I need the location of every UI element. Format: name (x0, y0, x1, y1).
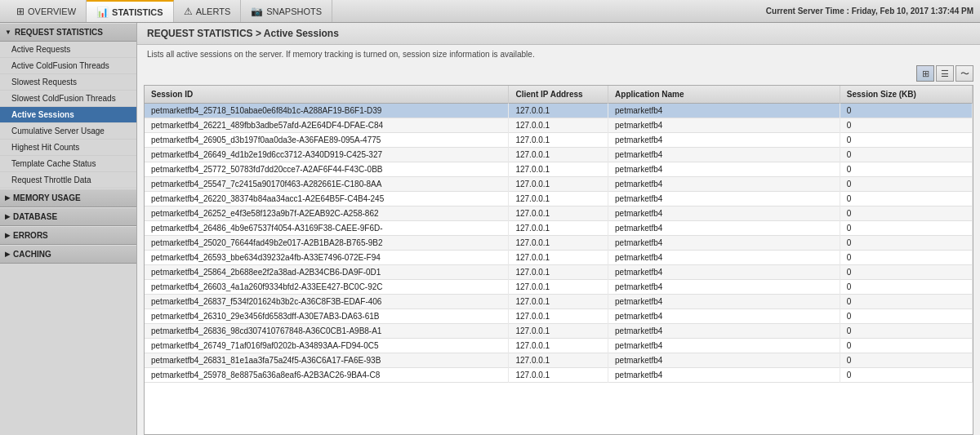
table-row[interactable]: petmarketfb4_26220_38374b84aa34acc1-A2E6… (145, 192, 973, 206)
sessions-table: Session ID Client IP Address Application… (145, 86, 973, 383)
cell-session-size: 0 (840, 251, 972, 265)
breadcrumb: REQUEST STATISTICS > Active Sessions (147, 28, 970, 39)
nav-item-overview[interactable]: ⊞OVERVIEW (7, 0, 87, 22)
cell-ip-address: 127.0.0.1 (509, 353, 608, 368)
sidebar-item-slowest-cf-threads[interactable]: Slowest ColdFusion Threads (0, 91, 136, 107)
nav-item-snapshots[interactable]: 📷SNAPSHOTS (241, 0, 332, 22)
sidebar-section-database[interactable]: ▶DATABASE (0, 207, 136, 226)
cell-session-size: 0 (840, 162, 972, 177)
table-row[interactable]: petmarketfb4_26603_4a1a260f9334bfd2-A33E… (145, 280, 973, 295)
table-row[interactable]: petmarketfb4_26649_4d1b2e19d6cc3712-A340… (145, 148, 973, 162)
view-grid-button[interactable]: ⊞ (916, 65, 934, 82)
table-row[interactable]: petmarketfb4_26310_29e3456fd6583dff-A30E… (145, 309, 973, 324)
collapsed-label-memory-usage: MEMORY USAGE (13, 193, 81, 202)
cell-session-size: 0 (840, 265, 972, 280)
cell-app-name: petmarketfb4 (608, 162, 840, 177)
server-time: Current Server Time : Friday, Feb 10, 20… (766, 7, 973, 16)
cell-session-id: petmarketfb4_26905_d3b197f0aa0da3e-A36FA… (145, 133, 509, 148)
table-row[interactable]: petmarketfb4_26221_489fbb3adbe57afd-A2E6… (145, 118, 973, 133)
table-row[interactable]: petmarketfb4_25547_7c2415a90170f463-A282… (145, 177, 973, 192)
table-row[interactable]: petmarketfb4_25718_510abae0e6f84b1c-A288… (145, 104, 973, 118)
cell-session-id: petmarketfb4_25772_50783fd7dd20cce7-A2AF… (145, 162, 509, 177)
col-header-ip: Client IP Address (509, 86, 608, 104)
cell-session-id: petmarketfb4_25864_2b688ee2f2a38ad-A2B34… (145, 265, 509, 280)
col-header-session: Session ID (145, 86, 509, 104)
cell-ip-address: 127.0.0.1 (509, 339, 608, 353)
sessions-table-container[interactable]: Session ID Client IP Address Application… (144, 85, 973, 435)
sidebar-item-cumulative-server[interactable]: Cumulative Server Usage (0, 123, 136, 140)
cell-ip-address: 127.0.0.1 (509, 118, 608, 133)
cell-session-size: 0 (840, 133, 972, 148)
content-description: Lists all active sessions on the server.… (137, 45, 980, 62)
sidebar-section-request-stats[interactable]: ▼ REQUEST STATISTICS (0, 23, 136, 42)
cell-session-size: 0 (840, 353, 972, 368)
sidebar-item-request-throttle[interactable]: Request Throttle Data (0, 172, 136, 189)
statistics-icon: 📊 (96, 7, 109, 18)
table-row[interactable]: petmarketfb4_26749_71af016f9af0202b-A348… (145, 339, 973, 353)
cell-app-name: petmarketfb4 (608, 324, 840, 339)
cell-app-name: petmarketfb4 (608, 353, 840, 368)
table-row[interactable]: petmarketfb4_26486_4b9e67537f4054-A3169F… (145, 221, 973, 236)
cell-session-size: 0 (840, 221, 972, 236)
sidebar-item-slowest-requests[interactable]: Slowest Requests (0, 74, 136, 91)
cell-app-name: petmarketfb4 (608, 236, 840, 251)
cell-session-size: 0 (840, 104, 972, 118)
nav-item-statistics[interactable]: 📊STATISTICS (87, 0, 174, 22)
table-row[interactable]: petmarketfb4_26837_f534f201624b3b2c-A36C… (145, 295, 973, 309)
cell-ip-address: 127.0.0.1 (509, 192, 608, 206)
cell-session-size: 0 (840, 339, 972, 353)
col-header-app: Application Name (608, 86, 840, 104)
cell-session-size: 0 (840, 295, 972, 309)
nav-item-alerts[interactable]: ⚠ALERTS (174, 0, 242, 22)
cell-app-name: petmarketfb4 (608, 295, 840, 309)
sidebar-section-caching[interactable]: ▶CACHING (0, 245, 136, 264)
sidebar-item-active-sessions[interactable]: Active Sessions (0, 107, 136, 123)
cell-ip-address: 127.0.0.1 (509, 265, 608, 280)
cell-app-name: petmarketfb4 (608, 192, 840, 206)
cell-session-id: petmarketfb4_25718_510abae0e6f84b1c-A288… (145, 104, 509, 118)
table-row[interactable]: petmarketfb4_25978_8e8875a636a8eaf6-A2B3… (145, 368, 973, 383)
table-row[interactable]: petmarketfb4_26905_d3b197f0aa0da3e-A36FA… (145, 133, 973, 148)
cell-app-name: petmarketfb4 (608, 177, 840, 192)
table-row[interactable]: petmarketfb4_26252_e4f3e58f123a9b7f-A2EA… (145, 206, 973, 221)
sidebar-section-label: REQUEST STATISTICS (15, 28, 103, 37)
cell-ip-address: 127.0.0.1 (509, 206, 608, 221)
cell-ip-address: 127.0.0.1 (509, 251, 608, 265)
cell-session-id: petmarketfb4_25020_76644fad49b2e017-A2B1… (145, 236, 509, 251)
cell-session-size: 0 (840, 177, 972, 192)
cell-ip-address: 127.0.0.1 (509, 104, 608, 118)
nav-label-snapshots: SNAPSHOTS (266, 7, 322, 16)
view-chart-button[interactable]: 〜 (956, 65, 973, 82)
sidebar-item-active-cf-threads[interactable]: Active ColdFusion Threads (0, 58, 136, 74)
table-row[interactable]: petmarketfb4_26831_81e1aa3fa75a24f5-A36C… (145, 353, 973, 368)
sidebar: ▼ REQUEST STATISTICS Active RequestsActi… (0, 23, 137, 435)
table-row[interactable]: petmarketfb4_25772_50783fd7dd20cce7-A2AF… (145, 162, 973, 177)
sidebar-item-active-requests[interactable]: Active Requests (0, 42, 136, 58)
cell-session-size: 0 (840, 118, 972, 133)
cell-ip-address: 127.0.0.1 (509, 309, 608, 324)
table-row[interactable]: petmarketfb4_26593_bbe634d39232a4fb-A33E… (145, 251, 973, 265)
sidebar-section-memory-usage[interactable]: ▶MEMORY USAGE (0, 189, 136, 207)
main-layout: ▼ REQUEST STATISTICS Active RequestsActi… (0, 23, 980, 435)
view-list-button[interactable]: ☰ (936, 65, 954, 82)
table-row[interactable]: petmarketfb4_25020_76644fad49b2e017-A2B1… (145, 236, 973, 251)
sidebar-section-errors[interactable]: ▶ERRORS (0, 226, 136, 245)
sidebar-item-template-cache[interactable]: Template Cache Status (0, 156, 136, 172)
cell-session-id: petmarketfb4_25978_8e8875a636a8eaf6-A2B3… (145, 368, 509, 383)
cell-session-id: petmarketfb4_25547_7c2415a90170f463-A282… (145, 177, 509, 192)
cell-session-id: petmarketfb4_26221_489fbb3adbe57afd-A2E6… (145, 118, 509, 133)
cell-session-id: petmarketfb4_26836_98cd307410767848-A36C… (145, 324, 509, 339)
collapsed-label-errors: ERRORS (13, 231, 48, 240)
cell-app-name: petmarketfb4 (608, 206, 840, 221)
cell-session-size: 0 (840, 148, 972, 162)
cell-session-size: 0 (840, 236, 972, 251)
table-row[interactable]: petmarketfb4_26836_98cd307410767848-A36C… (145, 324, 973, 339)
cell-app-name: petmarketfb4 (608, 280, 840, 295)
cell-ip-address: 127.0.0.1 (509, 221, 608, 236)
table-row[interactable]: petmarketfb4_25864_2b688ee2f2a38ad-A2B34… (145, 265, 973, 280)
cell-ip-address: 127.0.0.1 (509, 324, 608, 339)
cell-app-name: petmarketfb4 (608, 118, 840, 133)
server-time-label: Current Server Time : (766, 7, 849, 16)
cell-ip-address: 127.0.0.1 (509, 280, 608, 295)
sidebar-item-highest-hit[interactable]: Highest Hit Counts (0, 140, 136, 156)
